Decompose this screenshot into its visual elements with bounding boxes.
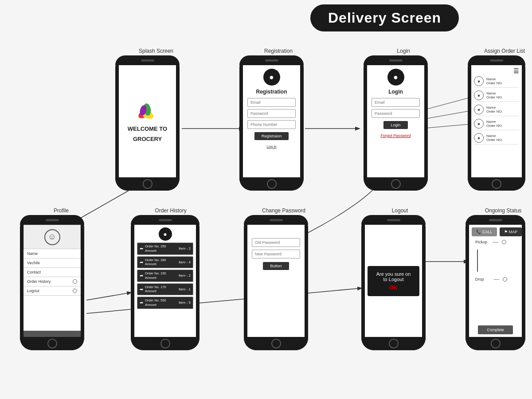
order-row-5: ➦ Order No. 550 Amount Item - 5 [137, 297, 193, 309]
assign-order-2: Order NO. [486, 95, 503, 99]
order-icon-1: ➦ [140, 246, 143, 251]
status-connecting-line [477, 250, 478, 272]
login-title: Login [388, 89, 403, 95]
order-items-2: Item - 4 [179, 260, 191, 264]
order-amount-2: Amount [145, 262, 177, 266]
login-link[interactable]: Log-in [266, 145, 276, 150]
order-no-5: Order No. 550 [145, 298, 177, 303]
logout-ok-button[interactable]: OK [374, 285, 413, 291]
login-email-input[interactable] [372, 98, 420, 107]
svg-line-7 [86, 288, 361, 313]
assign-row-1: ● Name Order NO. [474, 75, 519, 88]
assign-avatar-4: ● [474, 119, 484, 129]
drop-label: Drop [475, 277, 484, 282]
registration-phone: ● Registration Registraion Log-in [239, 55, 304, 191]
change-password-phone: Button [244, 215, 308, 350]
menu-icon: ☰ [513, 67, 519, 74]
order-icon-3: ➦ [140, 273, 143, 278]
registration-label: Registration [247, 48, 309, 54]
profile-phone: ☺ Name Vechile Contact Order History Log… [20, 215, 84, 350]
assign-avatar-3: ● [474, 105, 484, 114]
assign-row-3: ● Name Order NO. [474, 103, 519, 116]
ongoing-status-phone: 📞 CALL ⚑ MAP Pickup ── Drop ── [466, 215, 525, 350]
order-no-2: Order No. 280 [145, 258, 177, 262]
assign-name-3: Name [486, 106, 503, 110]
assign-name-1: Name [486, 77, 503, 81]
pickup-row: Pickup ── [475, 240, 506, 244]
registration-button[interactable]: Registraion [254, 132, 289, 140]
assign-order-4: Order NO. [486, 124, 503, 128]
change-password-label: Change Password [253, 207, 315, 214]
login-user-icon: ● [387, 69, 404, 86]
pickup-circle [502, 240, 506, 244]
map-button[interactable]: ⚑ MAP [500, 227, 522, 236]
assign-row-4: ● Name Order NO. [474, 117, 519, 130]
forgot-password-link[interactable]: Forgot Password [380, 133, 411, 138]
registration-email-input[interactable] [247, 98, 296, 107]
order-items-4: Item - 1 [179, 287, 191, 291]
assign-order-1: Order NO. [486, 81, 503, 85]
profile-bottom-bar [23, 331, 81, 337]
splash-phone: WELCOME TO GROCERY [115, 55, 180, 191]
login-button[interactable]: Login [383, 121, 407, 129]
page-title: Delivery Screen [310, 4, 459, 31]
registration-title: Registration [256, 89, 287, 95]
registration-password-input[interactable] [247, 109, 296, 118]
order-row-3: ➦ Order No. 150 Amount Item - 2 [137, 270, 193, 282]
login-label: Login [372, 48, 434, 54]
order-row-4: ➦ Order No. 170 Amount Item - 1 [137, 283, 193, 296]
order-items-3: Item - 2 [179, 274, 191, 278]
splash-label: Splash Screen [125, 48, 187, 54]
order-items-1: Item - 2 [179, 246, 191, 250]
profile-row-logout[interactable]: Logout [23, 286, 81, 296]
splash-appname: GROCERY [133, 136, 162, 142]
complete-button[interactable]: Complete [478, 325, 513, 334]
order-row-1: ➦ Order No. 250 Amount Item - 2 [137, 243, 193, 255]
assign-order-phone: ☰ ● Name Order NO. ● Name Order NO. ● [468, 55, 525, 191]
splash-welcome: WELCOME TO [128, 125, 167, 132]
profile-row-vehicle: Vechile [23, 258, 81, 268]
assign-name-4: Name [486, 120, 503, 124]
login-password-input[interactable] [372, 109, 420, 118]
pickup-label: Pickup [475, 240, 487, 244]
change-password-button[interactable]: Button [263, 262, 289, 270]
map-icon: ⚑ [504, 230, 508, 234]
call-icon: 📞 [476, 230, 481, 234]
assign-row-5: ● Name Order NO. [474, 132, 519, 145]
assign-order-3: Order NO. [486, 110, 503, 113]
order-no-3: Order No. 150 [145, 271, 177, 276]
order-no-1: Order No. 250 [145, 244, 177, 249]
assign-avatar-5: ● [474, 133, 484, 143]
logout-label: Logout [369, 207, 431, 214]
order-history-label: Order History [140, 207, 202, 214]
logout-confirmation-box: Are you sure on to Logout OK [368, 266, 419, 296]
order-icon-4: ➦ [140, 287, 143, 292]
call-button[interactable]: 📞 CALL [472, 227, 497, 236]
assign-name-5: Name [486, 134, 503, 138]
profile-avatar: ☺ [44, 229, 60, 245]
registration-user-icon: ● [263, 69, 280, 86]
old-password-input[interactable] [252, 238, 300, 247]
order-no-4: Order No. 170 [145, 285, 177, 289]
profile-row-contact: Contact [23, 268, 81, 277]
order-row-2: ➦ Order No. 280 Amount Item - 4 [137, 256, 193, 269]
profile-label: Profile [30, 207, 92, 214]
profile-row-order-history[interactable]: Order History [23, 277, 81, 286]
drop-circle [503, 277, 507, 282]
logout-phone: Are you sure on to Logout OK [361, 215, 426, 350]
assign-row-2: ● Name Order NO. [474, 89, 519, 102]
new-password-input[interactable] [252, 250, 300, 258]
registration-phone-input[interactable] [247, 120, 296, 129]
order-history-phone: ● ➦ Order No. 250 Amount Item - 2 ➦ Orde… [131, 215, 200, 350]
order-icon-5: ➦ [140, 300, 143, 305]
login-phone: ● Login Login Forgot Password [364, 55, 428, 191]
assign-avatar-2: ● [474, 90, 484, 100]
order-amount-5: Amount [145, 303, 177, 307]
order-icon-2: ➦ [140, 260, 143, 265]
order-items-5: Item - 5 [179, 301, 191, 305]
grocery-logo-icon [135, 101, 160, 122]
order-amount-1: Amount [145, 249, 177, 253]
assign-order-label: Assign Order List [473, 48, 532, 54]
drop-row: Drop ── [475, 277, 507, 282]
svg-line-6 [86, 293, 131, 300]
